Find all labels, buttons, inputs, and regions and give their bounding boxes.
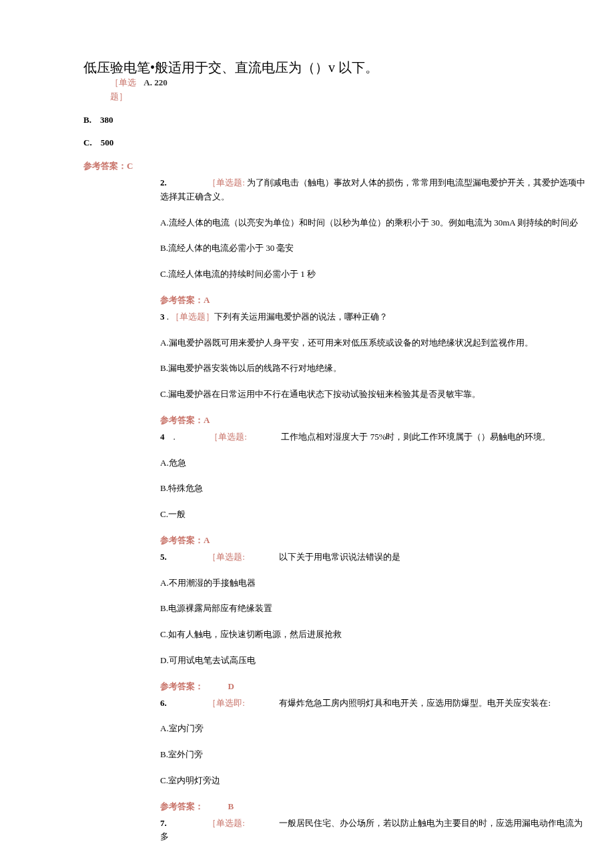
q3-optB: B.漏电爱护器安装饰以后的线路不行对地绝缘。 [160, 362, 587, 376]
q1-answer: 参考答案：C [83, 159, 587, 173]
q6-num: 6. [160, 697, 167, 711]
q1-tag1: ［单选 [110, 77, 136, 87]
q4-header: 4 . ［单选题: 工作地点相对湿度大于 75%时，则此工作环境属于（）易触电的… [160, 430, 587, 444]
q6-optA: A.室内门旁 [160, 722, 587, 736]
q3-optC: C.漏电爱护器在日常运用中不行在通电状态下按动试验按钮来检验其是否灵敏牢靠。 [160, 388, 587, 402]
q6-answer-val: B [228, 801, 234, 811]
q4-optA: A.危急 [160, 456, 587, 470]
q2-optB: B.流经人体的电流必需小于 30 毫安 [160, 242, 587, 256]
q4-text: 工作地点相对湿度大于 75%时，则此工作环境属于（）易触电的环境。 [281, 432, 551, 442]
q6-answer-label: 参考答案： [160, 801, 204, 811]
q1-tag-row: ［单选 A. 220 [110, 76, 587, 90]
q4-optB: B.特殊危急 [160, 482, 587, 496]
q4-answer: 参考答案：A [160, 534, 587, 548]
q5-answer: 参考答案： D [160, 680, 587, 694]
q5-optA: A.不用潮湿的手接触电器 [160, 576, 587, 590]
q6-optC: C.室内明灯旁边 [160, 774, 587, 788]
q5-text: 以下关于用电常识说法错误的是 [279, 552, 400, 562]
q1-optC: C. 500 [83, 136, 587, 150]
q6-header: 6. ［单选即: 有爆炸危急工房内照明灯具和电开关，应选用防爆型。电开关应安装在… [160, 697, 587, 711]
q4-sep: . [165, 432, 176, 442]
q4-tag: ［单选题: [210, 430, 247, 444]
q6-tag: ［单选即: [208, 697, 245, 711]
q3-sep: . [165, 312, 172, 322]
q5-optC: C.如有人触电，应快速切断电源，然后进展抢救 [160, 628, 587, 642]
q7-num: 7. [160, 817, 167, 831]
q1-tag2: 题］ [110, 90, 587, 104]
q1-title: 低压验电笔•般适用于交、直流电压为（）v 以下。 [83, 57, 587, 78]
q3-tag: ［单选题］ [171, 310, 214, 324]
q2-optA: A.流经人体的电流（以亮安为单位）和时间（以秒为单位）的乘积小于 30。例如电流… [160, 216, 587, 230]
q1-optA-val: 220 [154, 77, 168, 87]
q3-header: 3 . ［单选题］下列有关运用漏电爱护器的说法，哪种正确？ [160, 310, 587, 324]
q1-optA-label: A. [143, 77, 152, 87]
q6-optB: B.室外门旁 [160, 748, 587, 762]
q3-text: 下列有关运用漏电爱护器的说法，哪种正确？ [214, 312, 388, 322]
q3-optA: A.漏电爱护器既可用来爱护人身平安，还可用来对低压系统或设备的对地绝缘状况起到监… [160, 336, 587, 350]
q6-answer: 参考答案： B [160, 800, 587, 814]
q2-num: 2. [160, 176, 167, 190]
q2-optC: C.流经人体电流的持续时间必需小于 1 秒 [160, 268, 587, 282]
q5-optD: D.可用试电笔去试高压电 [160, 654, 587, 668]
q1-optB: B. 380 [83, 113, 587, 127]
q7-tag: ［单选题: [208, 817, 245, 831]
q5-tag: ［单选题: [208, 550, 245, 564]
q3-answer: 参考答案：A [160, 414, 587, 428]
q5-optB: B.电源裸露局部应有绝缘装置 [160, 602, 587, 616]
q5-header: 5. ［单选题: 以下关于用电常识说法错误的是 [160, 550, 587, 564]
q2-answer: 参考答案：A [160, 294, 587, 308]
q6-text: 有爆炸危急工房内照明灯具和电开关，应选用防爆型。电开关应安装在: [279, 698, 551, 708]
q5-answer-val: D [228, 681, 234, 691]
q7-header: 7. ［单选题: 一般居民住宅、办公场所，若以防止触电为主要目的时，应选用漏电动… [160, 817, 587, 845]
q5-answer-label: 参考答案： [160, 681, 204, 691]
q4-optC: C.一般 [160, 508, 587, 522]
q5-num: 5. [160, 550, 167, 564]
q2-header: 2. ［单选题: 为了削减电击（触电）事故对人体的损伤，常常用到电流型漏电爱护开… [160, 176, 587, 204]
q2-tag: ［单选题: [208, 176, 245, 190]
